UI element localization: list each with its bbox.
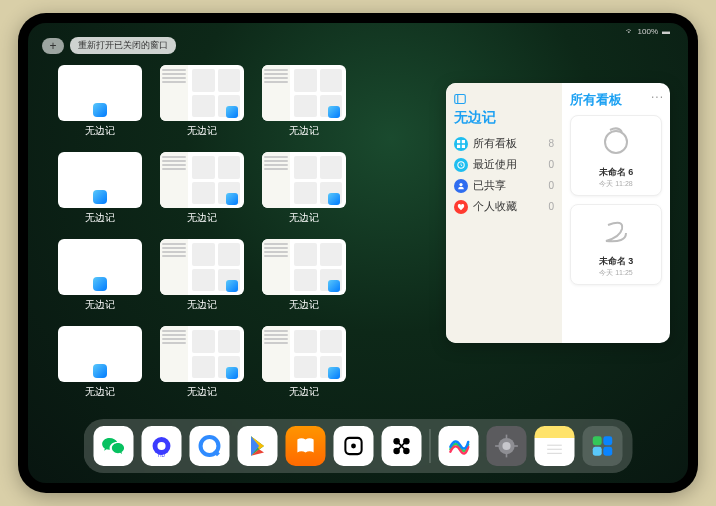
menu-label: 最近使用 [473, 157, 517, 172]
top-bar: + 重新打开已关闭的窗口 [42, 37, 176, 54]
window-grid: 无边记 无边记 无边记 无边记 无边记 无边记 无边记 无边记 无边记 无边记 … [58, 65, 448, 399]
svg-rect-30 [593, 447, 602, 456]
panel-title: 无边记 [454, 109, 554, 127]
svg-point-7 [459, 182, 462, 185]
scribble-preview-icon [591, 122, 641, 162]
menu-all-boards[interactable]: 所有看板 8 [454, 133, 554, 154]
svg-rect-24 [514, 445, 518, 447]
svg-rect-4 [457, 144, 460, 147]
dock-app-connect[interactable] [382, 426, 422, 466]
window-thumbnail[interactable]: 无边记 [58, 152, 142, 225]
menu-label: 所有看板 [473, 136, 517, 151]
svg-rect-0 [455, 95, 466, 104]
thumb-label: 无边记 [85, 298, 115, 312]
grid-icon [454, 137, 468, 151]
dock-app-library[interactable] [583, 426, 623, 466]
svg-rect-3 [462, 140, 465, 143]
svg-rect-21 [506, 435, 508, 439]
svg-point-10 [157, 442, 165, 450]
board-card[interactable]: 未命名 3 今天 11:25 [570, 204, 662, 285]
svg-rect-28 [593, 436, 602, 445]
wifi-icon: ᯤ [626, 27, 634, 36]
window-thumbnail[interactable]: 无边记 [262, 65, 346, 138]
svg-point-8 [605, 131, 627, 153]
window-thumbnail[interactable]: 无边记 [160, 152, 244, 225]
battery-icon: ▬ [662, 27, 670, 36]
svg-rect-23 [495, 445, 499, 447]
card-sub: 今天 11:28 [577, 179, 655, 189]
person-icon [454, 179, 468, 193]
freeform-panel[interactable]: ... 无边记 所有看板 8 最近使用 0 已共享 [446, 83, 670, 343]
menu-count: 0 [548, 159, 554, 170]
dock-app-notes[interactable] [535, 426, 575, 466]
window-thumbnail[interactable]: 无边记 [58, 65, 142, 138]
clock-icon [454, 158, 468, 172]
sidebar-toggle-icon[interactable] [454, 93, 554, 105]
panel-content: 所有看板 未命名 6 今天 11:28 未命名 3 今天 11:25 [562, 83, 670, 343]
svg-rect-31 [603, 447, 612, 456]
thumb-label: 无边记 [85, 385, 115, 399]
window-thumbnail[interactable]: 无边记 [160, 65, 244, 138]
ipad-frame: ᯤ 100% ▬ + 重新打开已关闭的窗口 无边记 无边记 无边记 无边记 无边… [18, 13, 698, 493]
menu-label: 已共享 [473, 178, 506, 193]
menu-favorites[interactable]: 个人收藏 0 [454, 196, 554, 217]
svg-point-20 [502, 442, 510, 450]
window-thumbnail[interactable]: 无边记 [58, 326, 142, 399]
svg-rect-2 [457, 140, 460, 143]
card-name: 未命名 6 [577, 166, 655, 179]
thumb-label: 无边记 [85, 211, 115, 225]
dock-app-wechat[interactable] [94, 426, 134, 466]
window-thumbnail[interactable]: 无边记 [58, 239, 142, 312]
menu-count: 0 [548, 201, 554, 212]
card-sub: 今天 11:25 [577, 268, 655, 278]
dock: HD [84, 419, 633, 473]
status-bar: ᯤ 100% ▬ [626, 27, 670, 36]
thumb-label: 无边记 [85, 124, 115, 138]
new-window-button[interactable]: + [42, 38, 64, 54]
menu-count: 8 [548, 138, 554, 149]
thumb-label: 无边记 [289, 124, 319, 138]
dock-app-freeform[interactable] [439, 426, 479, 466]
reopen-closed-window-button[interactable]: 重新打开已关闭的窗口 [70, 37, 176, 54]
menu-shared[interactable]: 已共享 0 [454, 175, 554, 196]
svg-point-14 [351, 444, 356, 449]
window-thumbnail[interactable]: 无边记 [160, 326, 244, 399]
dock-app-play[interactable] [238, 426, 278, 466]
thumb-label: 无边记 [289, 298, 319, 312]
battery-label: 100% [638, 27, 658, 36]
board-card[interactable]: 未命名 6 今天 11:28 [570, 115, 662, 196]
scribble-preview-icon [591, 211, 641, 251]
thumb-label: 无边记 [289, 211, 319, 225]
heart-icon [454, 200, 468, 214]
panel-right-title: 所有看板 [570, 91, 662, 109]
dock-app-books[interactable] [286, 426, 326, 466]
thumb-label: 无边记 [187, 211, 217, 225]
svg-rect-29 [603, 436, 612, 445]
thumb-label: 无边记 [187, 385, 217, 399]
menu-count: 0 [548, 180, 554, 191]
svg-rect-5 [462, 144, 465, 147]
screen: ᯤ 100% ▬ + 重新打开已关闭的窗口 无边记 无边记 无边记 无边记 无边… [28, 23, 688, 483]
menu-recent[interactable]: 最近使用 0 [454, 154, 554, 175]
card-name: 未命名 3 [577, 255, 655, 268]
menu-label: 个人收藏 [473, 199, 517, 214]
panel-more-icon[interactable]: ... [651, 87, 664, 101]
dock-app-dice[interactable] [334, 426, 374, 466]
panel-sidebar: 无边记 所有看板 8 最近使用 0 已共享 0 [446, 83, 562, 343]
window-thumbnail[interactable]: 无边记 [160, 239, 244, 312]
window-thumbnail[interactable]: 无边记 [262, 152, 346, 225]
window-thumbnail[interactable]: 无边记 [262, 326, 346, 399]
thumb-label: 无边记 [289, 385, 319, 399]
dock-app-qbrowser[interactable] [190, 426, 230, 466]
dock-app-quark[interactable]: HD [142, 426, 182, 466]
thumb-label: 无边记 [187, 298, 217, 312]
dock-divider [430, 429, 431, 463]
window-thumbnail[interactable]: 无边记 [262, 239, 346, 312]
dock-app-settings[interactable] [487, 426, 527, 466]
thumb-label: 无边记 [187, 124, 217, 138]
svg-rect-22 [506, 453, 508, 457]
svg-text:HD: HD [158, 453, 166, 458]
